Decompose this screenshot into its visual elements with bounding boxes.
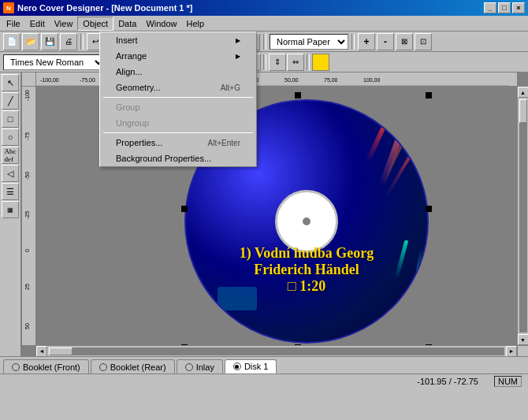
scrollbar-vertical[interactable]: ▲ ▼ <box>517 87 528 345</box>
disc-text-line2: Friderich Händel <box>228 262 385 278</box>
main-area: ↖ ╱ □ ○ Abcdef ◁ ☰ ▦ -100,00 -75,00 -50,… <box>0 72 528 356</box>
window-title: Nero Cover Designer - [New Document 1 *] <box>17 3 193 13</box>
color-button[interactable] <box>312 54 329 71</box>
svg-text:-75,00: -75,00 <box>80 77 95 83</box>
close-button[interactable]: × <box>512 2 525 13</box>
radio-booklet-rear[interactable] <box>99 363 107 371</box>
radio-inlay[interactable] <box>185 363 193 371</box>
scroll-track-h[interactable] <box>49 348 504 355</box>
tab-bar: Booklet (Front) Booklet (Rear) Inlay Dis… <box>0 356 528 374</box>
new-button[interactable]: 📄 <box>3 33 20 50</box>
font-name-select[interactable]: Times New Roman Arial Courier New <box>3 54 106 70</box>
scroll-track-v[interactable] <box>519 99 527 333</box>
toolbar-main: 📄 📂 💾 🖨 ↩ ↪ ✂ 📋 📌 🔍 ? ⊞ Normal Paper A4 … <box>0 32 528 52</box>
hatch-tool[interactable]: ☰ <box>2 183 19 200</box>
line-tool[interactable]: ╱ <box>2 92 19 110</box>
save-button[interactable]: 💾 <box>41 33 58 50</box>
arc-tool[interactable]: ◁ <box>2 165 19 182</box>
svg-text:-100: -100 <box>24 90 30 101</box>
menu-item-geometry[interactable]: Geometry... Alt+G <box>100 80 256 95</box>
menu-item-insert[interactable]: Insert <box>100 32 256 48</box>
image-tool[interactable]: ▦ <box>2 201 19 218</box>
menu-help[interactable]: Help <box>182 17 210 31</box>
menu-bar: File Edit View Object Data Window Help <box>0 16 528 32</box>
disc-light2 <box>366 118 390 163</box>
scroll-up-button[interactable]: ▲ <box>518 87 529 98</box>
menu-file[interactable]: File <box>2 17 25 31</box>
print-button[interactable]: 🖨 <box>60 33 77 50</box>
scroll-left-button[interactable]: ◄ <box>36 346 47 357</box>
tab-booklet-front[interactable]: Booklet (Front) <box>3 359 89 374</box>
svg-text:25: 25 <box>24 284 30 290</box>
menu-divider-1 <box>103 97 253 98</box>
radio-booklet-front[interactable] <box>12 363 20 371</box>
zoom-fit-button[interactable]: ⊠ <box>396 33 413 50</box>
sep5 <box>263 34 266 50</box>
minimize-button[interactable]: _ <box>484 2 496 13</box>
zoom-in-button[interactable]: + <box>358 33 375 50</box>
menu-data[interactable]: Data <box>113 17 141 31</box>
title-bar: N Nero Cover Designer - [New Document 1 … <box>0 0 528 16</box>
status-bar: -101.95 / -72.75 NUM <box>0 374 528 388</box>
menu-edit[interactable]: Edit <box>25 17 50 31</box>
ruler-left: -100 -75 -50 -25 0 25 50 75 <box>22 87 36 345</box>
spacing-button[interactable]: ⇕ <box>269 54 286 71</box>
tab-inlay[interactable]: Inlay <box>177 359 223 374</box>
svg-text:50: 50 <box>24 323 30 329</box>
menu-item-background-props[interactable]: Background Properties... <box>100 151 256 166</box>
menu-item-group: Group <box>100 99 256 115</box>
svg-text:50,00: 50,00 <box>284 77 299 83</box>
scrollbar-horizontal[interactable]: ◄ ► <box>36 345 517 356</box>
sep6 <box>351 34 355 50</box>
disc-text-line1: 1) Vodní hudba Georg <box>228 245 385 262</box>
radio-disk1[interactable] <box>233 362 241 370</box>
ellipse-tool[interactable]: ○ <box>2 128 19 146</box>
scroll-down-button[interactable]: ▼ <box>518 334 529 345</box>
menu-view[interactable]: View <box>50 17 78 31</box>
disc-light1 <box>379 125 407 187</box>
rect-tool[interactable]: □ <box>2 110 19 128</box>
menu-item-properties[interactable]: Properties... Alt+Enter <box>100 135 256 151</box>
scroll-right-button[interactable]: ► <box>506 346 517 357</box>
svg-text:100,00: 100,00 <box>363 77 381 83</box>
status-coordinates: -101.95 / -72.75 <box>417 377 478 386</box>
ruler-left-svg: -100 -75 -50 -25 0 25 50 75 <box>22 87 36 345</box>
svg-text:0: 0 <box>24 249 30 252</box>
app-icon: N <box>3 2 14 13</box>
menu-window[interactable]: Window <box>141 17 181 31</box>
svg-text:-75: -75 <box>24 132 30 140</box>
menu-object[interactable]: Object <box>77 17 113 31</box>
text-tool[interactable]: Abcdef <box>2 147 19 164</box>
menu-item-ungroup: Ungroup <box>100 115 256 131</box>
streak4 <box>412 247 423 295</box>
disc-text: 1) Vodní hudba Georg Friderich Händel □ … <box>228 245 385 295</box>
menu-item-align[interactable]: Align... <box>100 64 256 80</box>
paper-type-select[interactable]: Normal Paper A4 Paper Letter Paper <box>270 34 348 50</box>
disc-center-hole <box>303 217 310 225</box>
svg-text:75,00: 75,00 <box>324 77 338 83</box>
scroll-thumb-v[interactable] <box>519 99 527 123</box>
menu-item-arrange[interactable]: Arrange <box>100 48 256 64</box>
handle-top-right[interactable] <box>426 92 432 98</box>
handle-top-center[interactable] <box>295 92 301 98</box>
sep-f3 <box>263 54 266 70</box>
toolbar-format: Times New Roman Arial Courier New 12 8 1… <box>0 52 528 72</box>
title-controls: _ □ × <box>484 2 525 13</box>
disc-light3 <box>395 240 409 279</box>
scroll-thumb-h[interactable] <box>49 348 73 355</box>
open-button[interactable]: 📂 <box>22 33 39 50</box>
tab-disk1[interactable]: Disk 1 <box>225 359 277 374</box>
select-tool[interactable]: ↖ <box>2 74 19 91</box>
sep-f4 <box>307 54 310 70</box>
status-mode: NUM <box>494 376 522 387</box>
kern-button[interactable]: ⇔ <box>287 54 304 71</box>
maximize-button[interactable]: □ <box>498 2 511 13</box>
zoom-actual-button[interactable]: ⊡ <box>415 33 432 50</box>
scroll-corner <box>517 345 528 356</box>
svg-text:-25: -25 <box>24 211 30 219</box>
left-toolbar: ↖ ╱ □ ○ Abcdef ◁ ☰ ▦ <box>0 72 22 356</box>
zoom-out-btn2[interactable]: - <box>377 33 394 50</box>
svg-text:-100,00: -100,00 <box>40 77 59 83</box>
ruler-corner <box>22 72 36 87</box>
tab-booklet-rear[interactable]: Booklet (Rear) <box>91 359 175 374</box>
